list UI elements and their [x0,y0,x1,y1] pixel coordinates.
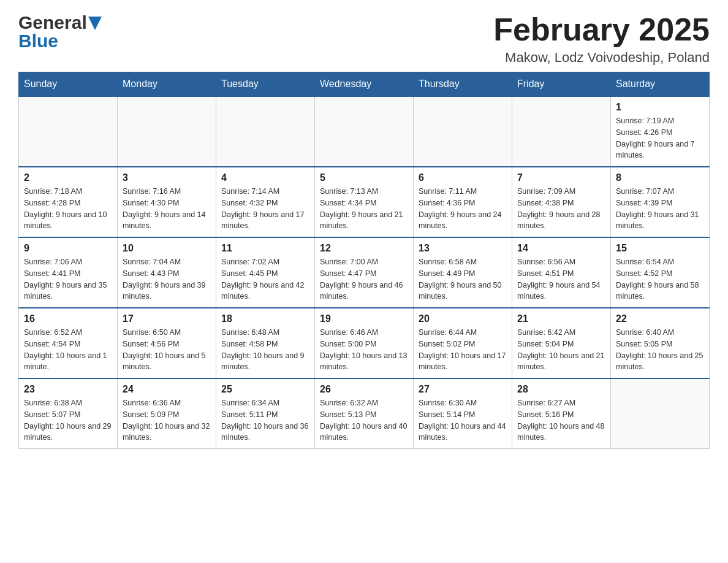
calendar-day-header: Friday [512,72,611,97]
calendar-day-header: Wednesday [315,72,414,97]
calendar-day-cell [118,96,216,167]
day-info: Sunrise: 6:42 AMSunset: 5:04 PMDaylight:… [517,327,605,373]
calendar-day-cell [315,96,414,167]
calendar-day-cell: 6Sunrise: 7:11 AMSunset: 4:36 PMDaylight… [414,167,512,237]
calendar-day-cell: 24Sunrise: 6:36 AMSunset: 5:09 PMDayligh… [118,378,216,449]
calendar-week-row: 9Sunrise: 7:06 AMSunset: 4:41 PMDaylight… [19,237,710,308]
day-info: Sunrise: 6:44 AMSunset: 5:02 PMDaylight:… [419,327,507,373]
calendar-day-cell: 8Sunrise: 7:07 AMSunset: 4:39 PMDaylight… [611,167,710,237]
calendar-day-cell: 23Sunrise: 6:38 AMSunset: 5:07 PMDayligh… [19,378,118,449]
day-number: 28 [517,384,605,395]
calendar-week-row: 2Sunrise: 7:18 AMSunset: 4:28 PMDaylight… [19,167,710,237]
day-info: Sunrise: 7:06 AMSunset: 4:41 PMDaylight:… [24,256,112,302]
day-info: Sunrise: 6:56 AMSunset: 4:51 PMDaylight:… [517,256,605,302]
day-info: Sunrise: 6:27 AMSunset: 5:16 PMDaylight:… [517,397,605,443]
logo-blue-text: Blue [18,31,58,52]
day-number: 10 [123,243,211,254]
calendar-day-cell [216,96,315,167]
day-info: Sunrise: 7:07 AMSunset: 4:39 PMDaylight:… [616,186,704,232]
calendar-day-header: Monday [118,72,216,97]
day-number: 8 [616,172,704,183]
day-info: Sunrise: 6:34 AMSunset: 5:11 PMDaylight:… [221,397,309,443]
day-number: 2 [24,172,112,183]
day-number: 3 [123,172,211,183]
day-info: Sunrise: 6:48 AMSunset: 4:58 PMDaylight:… [221,327,309,373]
day-number: 26 [320,384,408,395]
title-area: February 2025 Makow, Lodz Voivodeship, P… [493,12,710,66]
calendar-table: SundayMondayTuesdayWednesdayThursdayFrid… [18,72,710,449]
day-number: 17 [123,313,211,324]
day-number: 20 [419,313,507,324]
day-number: 5 [320,172,408,183]
day-info: Sunrise: 6:54 AMSunset: 4:52 PMDaylight:… [616,256,704,302]
calendar-day-header: Sunday [19,72,118,97]
calendar-week-row: 1Sunrise: 7:19 AMSunset: 4:26 PMDaylight… [19,96,710,167]
calendar-day-header: Thursday [414,72,512,97]
day-number: 13 [419,243,507,254]
calendar-title: February 2025 [493,12,710,47]
day-info: Sunrise: 6:38 AMSunset: 5:07 PMDaylight:… [24,397,112,443]
day-info: Sunrise: 6:30 AMSunset: 5:14 PMDaylight:… [419,397,507,443]
calendar-day-cell: 21Sunrise: 6:42 AMSunset: 5:04 PMDayligh… [512,308,611,378]
calendar-day-cell: 18Sunrise: 6:48 AMSunset: 4:58 PMDayligh… [216,308,315,378]
day-info: Sunrise: 6:36 AMSunset: 5:09 PMDaylight:… [123,397,211,443]
calendar-day-cell: 10Sunrise: 7:04 AMSunset: 4:43 PMDayligh… [118,237,216,308]
calendar-day-cell: 19Sunrise: 6:46 AMSunset: 5:00 PMDayligh… [315,308,414,378]
calendar-day-cell: 9Sunrise: 7:06 AMSunset: 4:41 PMDaylight… [19,237,118,308]
calendar-day-cell: 14Sunrise: 6:56 AMSunset: 4:51 PMDayligh… [512,237,611,308]
day-info: Sunrise: 6:58 AMSunset: 4:49 PMDaylight:… [419,256,507,302]
calendar-day-cell: 5Sunrise: 7:13 AMSunset: 4:34 PMDaylight… [315,167,414,237]
day-number: 18 [221,313,309,324]
day-info: Sunrise: 6:32 AMSunset: 5:13 PMDaylight:… [320,397,408,443]
day-number: 27 [419,384,507,395]
day-info: Sunrise: 7:16 AMSunset: 4:30 PMDaylight:… [123,186,211,232]
calendar-day-cell: 13Sunrise: 6:58 AMSunset: 4:49 PMDayligh… [414,237,512,308]
calendar-header-row: SundayMondayTuesdayWednesdayThursdayFrid… [19,72,710,97]
calendar-day-cell: 16Sunrise: 6:52 AMSunset: 4:54 PMDayligh… [19,308,118,378]
calendar-day-cell [512,96,611,167]
day-number: 19 [320,313,408,324]
day-number: 15 [616,243,704,254]
calendar-day-cell: 11Sunrise: 7:02 AMSunset: 4:45 PMDayligh… [216,237,315,308]
calendar-day-header: Saturday [611,72,710,97]
calendar-day-cell: 4Sunrise: 7:14 AMSunset: 4:32 PMDaylight… [216,167,315,237]
svg-marker-0 [88,17,102,30]
day-info: Sunrise: 6:50 AMSunset: 4:56 PMDaylight:… [123,327,211,373]
day-number: 21 [517,313,605,324]
calendar-day-cell: 17Sunrise: 6:50 AMSunset: 4:56 PMDayligh… [118,308,216,378]
calendar-day-cell: 20Sunrise: 6:44 AMSunset: 5:02 PMDayligh… [414,308,512,378]
day-info: Sunrise: 7:14 AMSunset: 4:32 PMDaylight:… [221,186,309,232]
calendar-day-cell: 15Sunrise: 6:54 AMSunset: 4:52 PMDayligh… [611,237,710,308]
day-info: Sunrise: 7:00 AMSunset: 4:47 PMDaylight:… [320,256,408,302]
calendar-week-row: 16Sunrise: 6:52 AMSunset: 4:54 PMDayligh… [19,308,710,378]
calendar-day-cell: 28Sunrise: 6:27 AMSunset: 5:16 PMDayligh… [512,378,611,449]
calendar-subtitle: Makow, Lodz Voivodeship, Poland [493,50,710,66]
day-number: 23 [24,384,112,395]
day-info: Sunrise: 6:46 AMSunset: 5:00 PMDaylight:… [320,327,408,373]
calendar-day-cell: 27Sunrise: 6:30 AMSunset: 5:14 PMDayligh… [414,378,512,449]
calendar-day-cell [611,378,710,449]
calendar-day-cell: 1Sunrise: 7:19 AMSunset: 4:26 PMDaylight… [611,96,710,167]
day-number: 25 [221,384,309,395]
day-number: 14 [517,243,605,254]
calendar-week-row: 23Sunrise: 6:38 AMSunset: 5:07 PMDayligh… [19,378,710,449]
calendar-day-cell [19,96,118,167]
calendar-day-cell [414,96,512,167]
day-number: 7 [517,172,605,183]
calendar-day-cell: 2Sunrise: 7:18 AMSunset: 4:28 PMDaylight… [19,167,118,237]
calendar-day-cell: 12Sunrise: 7:00 AMSunset: 4:47 PMDayligh… [315,237,414,308]
day-info: Sunrise: 7:02 AMSunset: 4:45 PMDaylight:… [221,256,309,302]
logo: General Blue [18,12,102,52]
day-number: 11 [221,243,309,254]
day-number: 9 [24,243,112,254]
calendar-day-cell: 7Sunrise: 7:09 AMSunset: 4:38 PMDaylight… [512,167,611,237]
logo-arrow-icon [88,17,102,30]
day-number: 24 [123,384,211,395]
day-info: Sunrise: 6:40 AMSunset: 5:05 PMDaylight:… [616,327,704,373]
day-info: Sunrise: 7:11 AMSunset: 4:36 PMDaylight:… [419,186,507,232]
calendar-day-cell: 26Sunrise: 6:32 AMSunset: 5:13 PMDayligh… [315,378,414,449]
day-info: Sunrise: 7:19 AMSunset: 4:26 PMDaylight:… [616,115,704,161]
calendar-day-cell: 22Sunrise: 6:40 AMSunset: 5:05 PMDayligh… [611,308,710,378]
day-info: Sunrise: 7:18 AMSunset: 4:28 PMDaylight:… [24,186,112,232]
day-info: Sunrise: 7:09 AMSunset: 4:38 PMDaylight:… [517,186,605,232]
